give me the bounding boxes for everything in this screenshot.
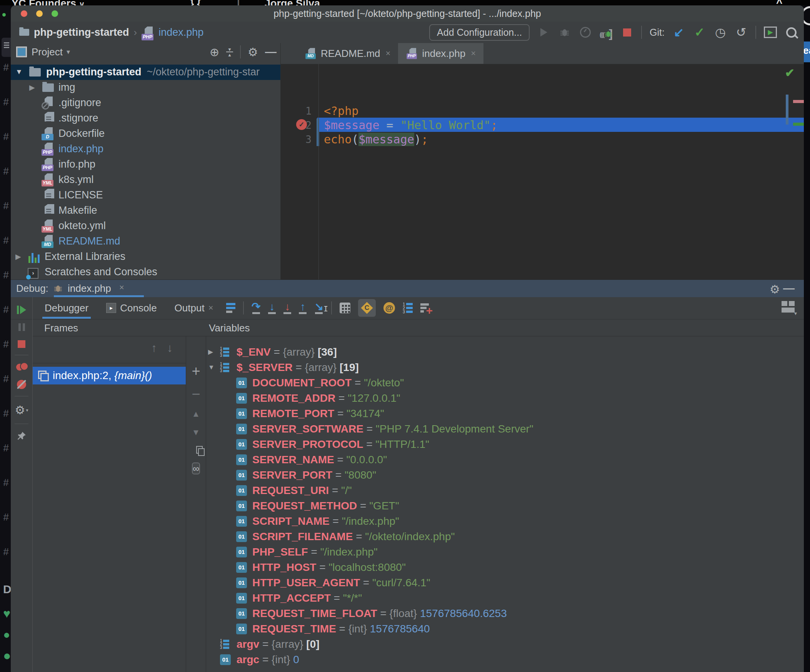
error-stripe-selection-mark[interactable] [793,123,804,126]
code-line-1[interactable]: <?php [324,104,358,118]
variable-row-server_name[interactable]: 01SERVER_NAME = "0.0.0.0" [205,452,804,468]
code-line-3[interactable]: echo($message); [324,132,428,147]
add-to-watches-icon[interactable]: + [420,303,429,313]
step-over-icon[interactable]: ↷ [251,302,260,314]
breadcrumb-file[interactable]: index.php [159,27,203,39]
search-everywhere-icon[interactable] [785,26,798,39]
project-panel-title[interactable]: Project [32,46,63,58]
variable-row-php_self[interactable]: 01PHP_SELF = "/index.php" [205,544,804,560]
tree-item-info-php[interactable]: PHPinfo.php [11,157,280,172]
history-clock-icon[interactable]: ◷ [714,26,727,39]
close-icon[interactable]: × [119,283,124,293]
evaluate-expression-icon[interactable] [339,303,350,313]
layout-settings-icon[interactable]: ▾ [781,301,795,313]
add-configuration-button[interactable]: Add Configuration... [429,24,530,41]
variable-row-document_root[interactable]: 01DOCUMENT_ROOT = "/okteto" [205,375,804,391]
code-line-2[interactable]: $message = "Hello World"; [324,118,498,132]
profiler-icon[interactable] [579,26,592,39]
git-update-icon[interactable]: ↙ [672,26,685,39]
tree-item-k8s-yml[interactable]: YMLk8s.yml [11,172,280,188]
git-commit-icon[interactable]: ✓ [693,26,706,39]
variable-row-argc[interactable]: 01argc = {int} 0 [205,652,804,667]
show-values-inline-icon[interactable]: C [358,299,376,317]
tree-item-makefile[interactable]: Makefile [11,203,280,218]
move-watch-up-icon[interactable]: ▲ [186,409,206,419]
variable-row-remote_port[interactable]: 01REMOTE_PORT = "34174" [205,406,804,421]
stop-icon[interactable] [620,26,633,39]
variable-row-request_time[interactable]: 01REQUEST_TIME = {int} 1576785640 [205,621,804,637]
tree-item-root[interactable]: ▼php-getting-started~/okteto/php-getting… [11,65,280,80]
step-into-icon[interactable]: ↓ [268,302,276,314]
close-icon[interactable]: × [208,297,213,319]
step-out-icon[interactable]: ↑ [299,302,307,314]
tree-item--stignore[interactable]: .stignore [11,111,280,126]
tree-item-external-libraries[interactable]: ▶External Libraries [11,249,280,264]
variable-row-http_host[interactable]: 01HTTP_HOST = "localhost:8080" [205,560,804,575]
variable-row-remote_addr[interactable]: 01REMOTE_ADDR = "127.0.0.1" [205,391,804,406]
gear-icon[interactable]: ⚙ [248,45,258,59]
error-stripe-breakpoint-mark[interactable] [793,100,804,103]
variable-row-script_name[interactable]: 01SCRIPT_NAME = "/index.php" [205,514,804,529]
add-watch-icon[interactable]: + [186,363,206,379]
variable-row-request_time_float[interactable]: 01REQUEST_TIME_FLOAT = {float} 157678564… [205,606,804,621]
inspections-ok-icon[interactable]: ✔ [785,66,795,79]
force-step-into-icon[interactable]: ↓ [284,302,291,314]
debug-session-tab[interactable]: index.php [68,283,111,295]
tree-item-readme-md[interactable]: MDREADME.md [11,234,280,249]
previous-frame-icon[interactable]: ↑ [151,341,157,354]
variable-row-server_software[interactable]: 01SERVER_SOFTWARE = "PHP 7.4.1 Developme… [205,421,804,437]
run-to-cursor-icon[interactable]: ↘I [314,302,323,314]
debugger-settings-icon[interactable]: ⚙▾ [15,403,29,417]
variable-row-server_protocol[interactable]: 01SERVER_PROTOCOL = "HTTP/1.1" [205,437,804,452]
resume-program-icon[interactable] [17,306,26,314]
stop-icon[interactable] [18,340,25,348]
pin-tab-icon[interactable] [17,431,27,441]
tree-item-img[interactable]: ▶img [11,80,280,95]
debugger-tab-debugger[interactable]: Debugger [45,297,88,319]
variable-row-_env[interactable]: ▶123$_ENV = {array} [36] [205,344,804,360]
chevron-down-icon[interactable]: ▾ [67,48,70,56]
variable-row-http_user_agent[interactable]: 01HTTP_USER_AGENT = "curl/7.64.1" [205,575,804,591]
view-as-list-icon[interactable]: 1 2 3 [403,303,413,313]
mute-breakpoints-icon[interactable] [17,380,26,389]
view-breakpoints-icon[interactable] [16,362,27,371]
variable-row-http_accept[interactable]: 01HTTP_ACCEPT = "*/*" [205,591,804,606]
variable-row-request_method[interactable]: 01REQUEST_METHOD = "GET" [205,498,804,514]
tree-item-index-php[interactable]: PHPindex.php [11,141,280,157]
variable-row-_server[interactable]: ▼123$_SERVER = {array} [19] [205,360,804,375]
gear-icon[interactable]: ⚙ [770,283,780,296]
attach-debugger-icon[interactable]: (((] [600,26,613,39]
chevron-down-icon[interactable]: ▼ [15,67,23,76]
stack-frame-row[interactable]: index.php:2, {main}() [33,367,186,384]
show-execution-point-icon[interactable] [226,303,235,313]
tree-item-license[interactable]: LICENSE [11,188,280,203]
pause-program-icon[interactable] [19,323,25,331]
chevron-right-icon[interactable]: ▶ [208,344,213,360]
close-icon[interactable]: × [386,49,391,59]
tree-item-okteto-yml[interactable]: YMLokteto.yml [11,218,280,234]
hide-panel-icon[interactable]: — [783,282,795,295]
locate-file-icon[interactable]: ⊕ [209,45,219,59]
collapse-all-icon[interactable]: ▾▴ [226,48,233,56]
tree-item--gitignore[interactable]: .gitignore [11,95,280,111]
rollback-icon[interactable]: ↺ [735,26,748,39]
chevron-right-icon[interactable]: ▶ [15,252,21,261]
remove-watch-icon[interactable]: − [186,386,206,403]
move-watch-down-icon[interactable]: ▼ [186,428,206,438]
hide-panel-icon[interactable]: — [265,45,277,59]
run-anything-icon[interactable]: ▶ [764,26,777,39]
variable-row-request_uri[interactable]: 01REQUEST_URI = "/" [205,483,804,498]
debugger-tab-output[interactable]: Output× [175,297,213,319]
variable-row-script_filename[interactable]: 01SCRIPT_FILENAME = "/okteto/index.php" [205,529,804,544]
variable-row-argv[interactable]: 123argv = {array} [0] [205,637,804,652]
variable-row-server_port[interactable]: 01SERVER_PORT = "8080" [205,468,804,483]
close-icon[interactable]: × [471,49,476,59]
watch-return-values-icon[interactable]: @ [383,302,395,314]
debug-icon[interactable] [558,26,571,39]
chevron-down-icon[interactable]: ▼ [208,360,214,375]
editor-tab-readme-md[interactable]: MDREADME.md× [297,43,398,64]
show-watches-icon[interactable]: ∞ [186,463,206,474]
run-icon[interactable] [537,26,550,39]
tree-item-dockerfile[interactable]: DDockerfile [11,126,280,141]
breadcrumb-project[interactable]: php-getting-started [34,27,129,39]
